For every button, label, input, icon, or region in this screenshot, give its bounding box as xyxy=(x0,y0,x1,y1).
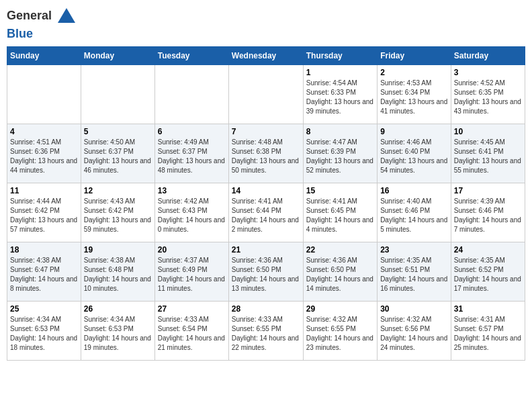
calendar-cell: 28Sunrise: 4:33 AM Sunset: 6:55 PM Dayli… xyxy=(228,302,303,361)
day-info: Sunrise: 4:32 AM Sunset: 6:55 PM Dayligh… xyxy=(306,315,374,353)
day-number: 27 xyxy=(158,304,226,314)
calendar-cell: 10Sunrise: 4:45 AM Sunset: 6:41 PM Dayli… xyxy=(451,124,525,183)
day-number: 30 xyxy=(380,304,448,314)
day-info: Sunrise: 4:40 AM Sunset: 6:46 PM Dayligh… xyxy=(380,197,448,234)
calendar-cell xyxy=(7,65,81,124)
day-info: Sunrise: 4:36 AM Sunset: 6:50 PM Dayligh… xyxy=(232,256,300,293)
calendar-table: SundayMondayTuesdayWednesdayThursdayFrid… xyxy=(7,46,525,361)
header-row: SundayMondayTuesdayWednesdayThursdayFrid… xyxy=(7,47,525,65)
day-number: 24 xyxy=(454,245,522,255)
calendar-cell xyxy=(154,65,228,124)
day-number: 5 xyxy=(84,127,152,136)
week-row-4: 18Sunrise: 4:38 AM Sunset: 6:47 PM Dayli… xyxy=(7,242,525,302)
day-number: 23 xyxy=(380,245,448,255)
day-number: 31 xyxy=(454,304,522,314)
day-info: Sunrise: 4:39 AM Sunset: 6:46 PM Dayligh… xyxy=(454,197,522,234)
day-number: 4 xyxy=(10,127,78,136)
day-number: 11 xyxy=(10,186,78,195)
day-info: Sunrise: 4:45 AM Sunset: 6:41 PM Dayligh… xyxy=(454,138,522,175)
svg-marker-0 xyxy=(58,8,75,23)
header-day-monday: Monday xyxy=(81,47,154,65)
calendar-cell: 23Sunrise: 4:35 AM Sunset: 6:51 PM Dayli… xyxy=(378,242,451,302)
day-number: 3 xyxy=(454,68,522,77)
day-info: Sunrise: 4:38 AM Sunset: 6:48 PM Dayligh… xyxy=(84,256,152,293)
calendar-cell: 14Sunrise: 4:41 AM Sunset: 6:44 PM Dayli… xyxy=(228,183,303,242)
logo: General Blue xyxy=(7,7,78,41)
day-info: Sunrise: 4:41 AM Sunset: 6:45 PM Dayligh… xyxy=(306,197,374,234)
calendar-cell: 13Sunrise: 4:42 AM Sunset: 6:43 PM Dayli… xyxy=(154,183,228,242)
calendar-cell: 5Sunrise: 4:50 AM Sunset: 6:37 PM Daylig… xyxy=(81,124,154,183)
header-day-wednesday: Wednesday xyxy=(228,47,303,65)
calendar-cell: 29Sunrise: 4:32 AM Sunset: 6:55 PM Dayli… xyxy=(303,302,377,361)
day-number: 17 xyxy=(454,186,522,195)
calendar-cell: 11Sunrise: 4:44 AM Sunset: 6:42 PM Dayli… xyxy=(7,183,81,242)
day-info: Sunrise: 4:38 AM Sunset: 6:47 PM Dayligh… xyxy=(10,256,78,293)
day-number: 29 xyxy=(306,304,374,314)
day-info: Sunrise: 4:41 AM Sunset: 6:44 PM Dayligh… xyxy=(232,197,300,234)
day-number: 25 xyxy=(10,304,78,314)
day-info: Sunrise: 4:51 AM Sunset: 6:36 PM Dayligh… xyxy=(10,138,78,175)
calendar-cell: 26Sunrise: 4:34 AM Sunset: 6:53 PM Dayli… xyxy=(81,302,154,361)
week-row-2: 4Sunrise: 4:51 AM Sunset: 6:36 PM Daylig… xyxy=(7,124,525,183)
day-number: 21 xyxy=(232,245,300,255)
calendar-header: SundayMondayTuesdayWednesdayThursdayFrid… xyxy=(7,47,525,65)
day-info: Sunrise: 4:54 AM Sunset: 6:33 PM Dayligh… xyxy=(306,79,374,116)
week-row-5: 25Sunrise: 4:34 AM Sunset: 6:53 PM Dayli… xyxy=(7,302,525,361)
calendar-cell: 16Sunrise: 4:40 AM Sunset: 6:46 PM Dayli… xyxy=(378,183,451,242)
day-info: Sunrise: 4:44 AM Sunset: 6:42 PM Dayligh… xyxy=(10,197,78,234)
logo-text: General Blue xyxy=(7,7,78,41)
day-number: 12 xyxy=(84,186,152,195)
day-info: Sunrise: 4:34 AM Sunset: 6:53 PM Dayligh… xyxy=(10,315,78,353)
page-header: General Blue xyxy=(7,7,525,41)
day-number: 14 xyxy=(232,186,300,195)
day-info: Sunrise: 4:48 AM Sunset: 6:38 PM Dayligh… xyxy=(232,138,300,175)
logo-blue: Blue xyxy=(7,27,33,40)
day-info: Sunrise: 4:35 AM Sunset: 6:52 PM Dayligh… xyxy=(454,256,522,293)
week-row-1: 1Sunrise: 4:54 AM Sunset: 6:33 PM Daylig… xyxy=(7,65,525,124)
day-number: 22 xyxy=(306,245,374,255)
calendar-cell: 30Sunrise: 4:32 AM Sunset: 6:56 PM Dayli… xyxy=(378,302,451,361)
day-info: Sunrise: 4:33 AM Sunset: 6:54 PM Dayligh… xyxy=(158,315,226,353)
calendar-body: 1Sunrise: 4:54 AM Sunset: 6:33 PM Daylig… xyxy=(7,65,525,361)
logo-general: General xyxy=(7,9,52,22)
day-info: Sunrise: 4:52 AM Sunset: 6:35 PM Dayligh… xyxy=(454,79,522,116)
day-info: Sunrise: 4:46 AM Sunset: 6:40 PM Dayligh… xyxy=(380,138,448,175)
calendar-cell xyxy=(228,65,303,124)
calendar-cell: 27Sunrise: 4:33 AM Sunset: 6:54 PM Dayli… xyxy=(154,302,228,361)
calendar-cell: 7Sunrise: 4:48 AM Sunset: 6:38 PM Daylig… xyxy=(228,124,303,183)
day-number: 9 xyxy=(380,127,448,136)
day-number: 2 xyxy=(380,68,448,77)
day-info: Sunrise: 4:49 AM Sunset: 6:37 PM Dayligh… xyxy=(158,138,226,175)
day-number: 15 xyxy=(306,186,374,195)
day-number: 26 xyxy=(84,304,152,314)
day-number: 20 xyxy=(158,245,226,255)
calendar-cell: 6Sunrise: 4:49 AM Sunset: 6:37 PM Daylig… xyxy=(154,124,228,183)
calendar-cell: 1Sunrise: 4:54 AM Sunset: 6:33 PM Daylig… xyxy=(303,65,377,124)
calendar-cell: 21Sunrise: 4:36 AM Sunset: 6:50 PM Dayli… xyxy=(228,242,303,302)
day-number: 28 xyxy=(232,304,300,314)
day-info: Sunrise: 4:33 AM Sunset: 6:55 PM Dayligh… xyxy=(232,315,300,353)
logo-icon xyxy=(56,7,77,27)
calendar-cell: 24Sunrise: 4:35 AM Sunset: 6:52 PM Dayli… xyxy=(451,242,525,302)
day-number: 6 xyxy=(158,127,226,136)
calendar-cell: 12Sunrise: 4:43 AM Sunset: 6:42 PM Dayli… xyxy=(81,183,154,242)
day-info: Sunrise: 4:32 AM Sunset: 6:56 PM Dayligh… xyxy=(380,315,448,353)
day-number: 19 xyxy=(84,245,152,255)
header-day-friday: Friday xyxy=(378,47,451,65)
calendar-cell: 9Sunrise: 4:46 AM Sunset: 6:40 PM Daylig… xyxy=(378,124,451,183)
day-info: Sunrise: 4:43 AM Sunset: 6:42 PM Dayligh… xyxy=(84,197,152,234)
calendar-cell: 8Sunrise: 4:47 AM Sunset: 6:39 PM Daylig… xyxy=(303,124,377,183)
calendar-cell: 4Sunrise: 4:51 AM Sunset: 6:36 PM Daylig… xyxy=(7,124,81,183)
day-number: 10 xyxy=(454,127,522,136)
calendar-cell: 20Sunrise: 4:37 AM Sunset: 6:49 PM Dayli… xyxy=(154,242,228,302)
day-number: 8 xyxy=(306,127,374,136)
day-info: Sunrise: 4:53 AM Sunset: 6:34 PM Dayligh… xyxy=(380,79,448,116)
calendar-cell: 3Sunrise: 4:52 AM Sunset: 6:35 PM Daylig… xyxy=(451,65,525,124)
day-info: Sunrise: 4:47 AM Sunset: 6:39 PM Dayligh… xyxy=(306,138,374,175)
header-day-tuesday: Tuesday xyxy=(154,47,228,65)
calendar-cell xyxy=(81,65,154,124)
calendar-cell: 19Sunrise: 4:38 AM Sunset: 6:48 PM Dayli… xyxy=(81,242,154,302)
day-info: Sunrise: 4:34 AM Sunset: 6:53 PM Dayligh… xyxy=(84,315,152,353)
header-day-sunday: Sunday xyxy=(7,47,81,65)
day-number: 7 xyxy=(232,127,300,136)
